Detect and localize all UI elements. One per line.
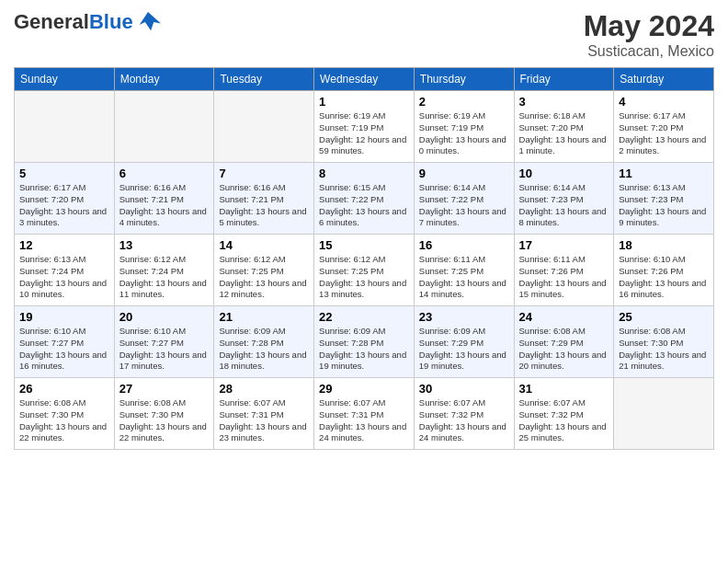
- header: GeneralBlue May 2024 Susticacan, Mexico: [14, 9, 714, 60]
- day-info: Sunrise: 6:10 AMSunset: 7:27 PMDaylight:…: [119, 326, 210, 373]
- calendar-week-row: 1Sunrise: 6:19 AMSunset: 7:19 PMDaylight…: [15, 91, 714, 163]
- title-block: May 2024 Susticacan, Mexico: [584, 9, 714, 60]
- calendar-day-cell: 25Sunrise: 6:08 AMSunset: 7:30 PMDayligh…: [614, 306, 714, 378]
- calendar-day-cell: 14Sunrise: 6:12 AMSunset: 7:25 PMDayligh…: [214, 235, 314, 306]
- day-number: 17: [519, 238, 609, 252]
- day-number: 16: [419, 238, 509, 252]
- calendar-day-cell: [214, 91, 314, 163]
- day-info: Sunrise: 6:10 AMSunset: 7:26 PMDaylight:…: [619, 254, 709, 301]
- day-number: 25: [619, 310, 709, 324]
- day-info: Sunrise: 6:17 AMSunset: 7:20 PMDaylight:…: [19, 182, 109, 229]
- calendar-day-cell: 24Sunrise: 6:08 AMSunset: 7:29 PMDayligh…: [514, 306, 614, 378]
- calendar-day-cell: 12Sunrise: 6:13 AMSunset: 7:24 PMDayligh…: [15, 235, 115, 306]
- day-number: 22: [319, 310, 409, 324]
- calendar-day-cell: 10Sunrise: 6:14 AMSunset: 7:23 PMDayligh…: [514, 163, 614, 235]
- calendar-day-cell: 21Sunrise: 6:09 AMSunset: 7:28 PMDayligh…: [214, 306, 314, 378]
- day-info: Sunrise: 6:11 AMSunset: 7:25 PMDaylight:…: [419, 254, 509, 301]
- day-number: 18: [619, 238, 709, 252]
- calendar-day-cell: 27Sunrise: 6:08 AMSunset: 7:30 PMDayligh…: [114, 378, 214, 450]
- day-number: 20: [119, 310, 210, 324]
- calendar-day-cell: [614, 378, 714, 450]
- calendar-day-cell: 23Sunrise: 6:09 AMSunset: 7:29 PMDayligh…: [414, 306, 514, 378]
- day-number: 26: [19, 382, 109, 396]
- day-info: Sunrise: 6:08 AMSunset: 7:30 PMDaylight:…: [19, 397, 109, 444]
- calendar-day-cell: 19Sunrise: 6:10 AMSunset: 7:27 PMDayligh…: [15, 306, 115, 378]
- day-info: Sunrise: 6:11 AMSunset: 7:26 PMDaylight:…: [519, 254, 609, 301]
- day-number: 30: [419, 382, 509, 396]
- day-number: 10: [519, 167, 609, 180]
- calendar-day-cell: 11Sunrise: 6:13 AMSunset: 7:23 PMDayligh…: [614, 163, 714, 235]
- weekday-header-row: SundayMondayTuesdayWednesdayThursdayFrid…: [15, 68, 714, 91]
- svg-marker-0: [139, 12, 160, 30]
- day-number: 3: [519, 95, 609, 109]
- day-number: 27: [119, 382, 210, 396]
- calendar-day-cell: 17Sunrise: 6:11 AMSunset: 7:26 PMDayligh…: [514, 235, 614, 306]
- calendar-day-cell: 9Sunrise: 6:14 AMSunset: 7:22 PMDaylight…: [414, 163, 514, 235]
- calendar-day-cell: 4Sunrise: 6:17 AMSunset: 7:20 PMDaylight…: [614, 91, 714, 163]
- day-number: 1: [319, 95, 409, 109]
- day-info: Sunrise: 6:18 AMSunset: 7:20 PMDaylight:…: [519, 110, 609, 157]
- day-info: Sunrise: 6:16 AMSunset: 7:21 PMDaylight:…: [119, 182, 210, 229]
- day-info: Sunrise: 6:07 AMSunset: 7:32 PMDaylight:…: [419, 397, 509, 444]
- day-number: 13: [119, 238, 210, 252]
- calendar-day-cell: 15Sunrise: 6:12 AMSunset: 7:25 PMDayligh…: [314, 235, 415, 306]
- day-number: 7: [219, 167, 309, 180]
- day-info: Sunrise: 6:08 AMSunset: 7:29 PMDaylight:…: [519, 326, 609, 373]
- weekday-header-wednesday: Wednesday: [314, 68, 415, 91]
- calendar-day-cell: 26Sunrise: 6:08 AMSunset: 7:30 PMDayligh…: [15, 378, 115, 450]
- logo: GeneralBlue: [14, 9, 161, 35]
- calendar-day-cell: 20Sunrise: 6:10 AMSunset: 7:27 PMDayligh…: [114, 306, 214, 378]
- day-number: 31: [519, 382, 609, 396]
- day-info: Sunrise: 6:13 AMSunset: 7:24 PMDaylight:…: [19, 254, 109, 301]
- day-info: Sunrise: 6:08 AMSunset: 7:30 PMDaylight:…: [619, 326, 709, 373]
- day-info: Sunrise: 6:15 AMSunset: 7:22 PMDaylight:…: [319, 182, 409, 229]
- weekday-header-thursday: Thursday: [414, 68, 514, 91]
- logo-bird-icon: [135, 9, 161, 35]
- day-info: Sunrise: 6:14 AMSunset: 7:23 PMDaylight:…: [519, 182, 609, 229]
- calendar-day-cell: 5Sunrise: 6:17 AMSunset: 7:20 PMDaylight…: [15, 163, 115, 235]
- calendar-day-cell: 30Sunrise: 6:07 AMSunset: 7:32 PMDayligh…: [414, 378, 514, 450]
- weekday-header-friday: Friday: [514, 68, 614, 91]
- day-info: Sunrise: 6:12 AMSunset: 7:24 PMDaylight:…: [119, 254, 210, 301]
- day-number: 12: [19, 238, 109, 252]
- day-info: Sunrise: 6:07 AMSunset: 7:31 PMDaylight:…: [219, 397, 309, 444]
- day-info: Sunrise: 6:09 AMSunset: 7:28 PMDaylight:…: [319, 326, 409, 373]
- calendar-day-cell: [114, 91, 214, 163]
- calendar-week-row: 19Sunrise: 6:10 AMSunset: 7:27 PMDayligh…: [15, 306, 714, 378]
- calendar-day-cell: 22Sunrise: 6:09 AMSunset: 7:28 PMDayligh…: [314, 306, 415, 378]
- calendar-day-cell: 13Sunrise: 6:12 AMSunset: 7:24 PMDayligh…: [114, 235, 214, 306]
- calendar-day-cell: 8Sunrise: 6:15 AMSunset: 7:22 PMDaylight…: [314, 163, 415, 235]
- calendar-day-cell: 31Sunrise: 6:07 AMSunset: 7:32 PMDayligh…: [514, 378, 614, 450]
- day-info: Sunrise: 6:19 AMSunset: 7:19 PMDaylight:…: [319, 110, 409, 157]
- day-info: Sunrise: 6:13 AMSunset: 7:23 PMDaylight:…: [619, 182, 709, 229]
- calendar-day-cell: 7Sunrise: 6:16 AMSunset: 7:21 PMDaylight…: [214, 163, 314, 235]
- calendar-day-cell: 2Sunrise: 6:19 AMSunset: 7:19 PMDaylight…: [414, 91, 514, 163]
- day-info: Sunrise: 6:09 AMSunset: 7:29 PMDaylight:…: [419, 326, 509, 373]
- page: GeneralBlue May 2024 Susticacan, Mexico …: [0, 0, 728, 459]
- day-info: Sunrise: 6:16 AMSunset: 7:21 PMDaylight:…: [219, 182, 309, 229]
- calendar-week-row: 12Sunrise: 6:13 AMSunset: 7:24 PMDayligh…: [15, 235, 714, 306]
- calendar-day-cell: [15, 91, 115, 163]
- day-number: 8: [319, 167, 409, 180]
- day-number: 2: [419, 95, 509, 109]
- calendar-day-cell: 29Sunrise: 6:07 AMSunset: 7:31 PMDayligh…: [314, 378, 415, 450]
- weekday-header-sunday: Sunday: [15, 68, 115, 91]
- day-info: Sunrise: 6:07 AMSunset: 7:32 PMDaylight:…: [519, 397, 609, 444]
- day-info: Sunrise: 6:07 AMSunset: 7:31 PMDaylight:…: [319, 397, 409, 444]
- day-number: 5: [19, 167, 109, 180]
- day-info: Sunrise: 6:17 AMSunset: 7:20 PMDaylight:…: [619, 110, 709, 157]
- calendar-location: Susticacan, Mexico: [584, 43, 714, 60]
- day-number: 6: [119, 167, 210, 180]
- day-info: Sunrise: 6:08 AMSunset: 7:30 PMDaylight:…: [119, 397, 210, 444]
- calendar-title: May 2024: [584, 9, 714, 43]
- calendar-day-cell: 16Sunrise: 6:11 AMSunset: 7:25 PMDayligh…: [414, 235, 514, 306]
- calendar-day-cell: 6Sunrise: 6:16 AMSunset: 7:21 PMDaylight…: [114, 163, 214, 235]
- calendar-day-cell: 18Sunrise: 6:10 AMSunset: 7:26 PMDayligh…: [614, 235, 714, 306]
- day-number: 9: [419, 167, 509, 180]
- day-info: Sunrise: 6:12 AMSunset: 7:25 PMDaylight:…: [219, 254, 309, 301]
- day-number: 28: [219, 382, 309, 396]
- day-info: Sunrise: 6:12 AMSunset: 7:25 PMDaylight:…: [319, 254, 409, 301]
- calendar-day-cell: 3Sunrise: 6:18 AMSunset: 7:20 PMDaylight…: [514, 91, 614, 163]
- day-number: 24: [519, 310, 609, 324]
- calendar-week-row: 26Sunrise: 6:08 AMSunset: 7:30 PMDayligh…: [15, 378, 714, 450]
